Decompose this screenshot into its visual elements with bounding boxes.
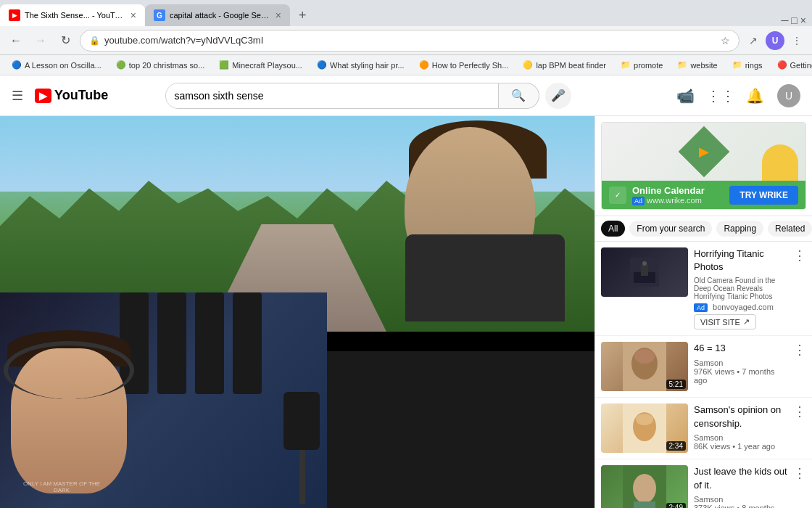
- ad-brand-name: Online Calendar: [632, 185, 705, 196]
- video-info-titanic: Horrifying Titanic Photos Old Camera Fou…: [694, 247, 787, 329]
- forward-button[interactable]: →: [30, 30, 51, 51]
- ad-brand-bar: ✓ Online Calendar Ad www.wrike.com TRY W…: [602, 181, 805, 209]
- bookmark-oscillate[interactable]: 🔵 A Lesson on Oscilla...: [6, 59, 107, 71]
- bookmark-getting-started[interactable]: 🔴 Getting Started: [771, 59, 812, 71]
- window-maximize[interactable]: □: [791, 15, 797, 26]
- filter-rapping[interactable]: Rapping: [716, 221, 763, 237]
- video-title-46-13: 46 = 13: [694, 342, 787, 355]
- yt-menu-icon[interactable]: ☰: [12, 88, 23, 104]
- video-thumb-censorship: 2:34: [601, 403, 688, 453]
- yt-mic-button[interactable]: 🎤: [545, 83, 571, 109]
- video-channel-kids: Samson: [694, 495, 787, 504]
- person-shirt: [405, 234, 565, 321]
- sound-panels: [120, 292, 262, 394]
- ad-brand-left: ✓ Online Calendar Ad www.wrike.com: [609, 185, 705, 205]
- search-icon: 🔍: [511, 89, 526, 102]
- video-channel-titanic: Ad bonvoyaged.com: [694, 303, 787, 311]
- thumb-duration-kids: 2:49: [666, 503, 686, 508]
- upload-icon[interactable]: 📹: [673, 83, 699, 109]
- video-item-censorship[interactable]: 2:34 Samson's opinion on censorship. Sam…: [595, 398, 812, 459]
- tab-bar: ▶ The Sixth Sense... - YouTube × G capit…: [0, 0, 812, 26]
- video-thumb-titanic: [601, 247, 688, 297]
- bookmark-rings[interactable]: 📁 rings: [726, 59, 768, 71]
- mic-cup: [283, 392, 320, 450]
- yt-header-right: 📹 ⋮⋮ 🔔 U: [673, 83, 800, 109]
- tab-close-google[interactable]: ×: [276, 9, 281, 21]
- ad-try-button[interactable]: TRY WRIKE: [729, 186, 798, 205]
- video-bottom-right: [327, 351, 594, 508]
- video-channel-censorship: Samson: [694, 433, 787, 442]
- kids-thumb-svg: [623, 465, 666, 508]
- star-icon[interactable]: ☆: [721, 35, 730, 46]
- ad-diamond: ▶: [678, 126, 729, 178]
- yt-page: ☰ ▶ YouTube 🔍 🎤 📹 ⋮⋮ 🔔 U: [0, 75, 812, 508]
- bookmark-label-getting-started: Getting Started: [790, 61, 812, 70]
- video-channel-46-13: Samson: [694, 359, 787, 367]
- tab-youtube[interactable]: ▶ The Sixth Sense... - YouTube ×: [0, 4, 145, 26]
- extensions-icon[interactable]: ↗: [744, 31, 763, 50]
- ad-container: i ▶ ✓ Online Calendar: [601, 122, 806, 210]
- video-more-censorship[interactable]: ⋮: [793, 403, 806, 453]
- yt-search-input[interactable]: [166, 83, 498, 108]
- video-more-titanic[interactable]: ⋮: [793, 247, 806, 329]
- bookmarks-bar: 🔵 A Lesson on Oscilla... 🟢 top 20 christ…: [0, 55, 812, 75]
- visit-site-text: VISIT SITE: [700, 318, 740, 327]
- video-item-kids[interactable]: 2:49 Just leave the kids out of it. Sams…: [595, 459, 812, 508]
- yt-logo-text: YouTube: [54, 88, 108, 103]
- filter-related[interactable]: Related: [768, 221, 812, 237]
- views-46-13: 976K views: [694, 367, 734, 376]
- window-minimize[interactable]: ─: [781, 15, 788, 26]
- new-tab-button[interactable]: +: [293, 5, 312, 26]
- yt-search-button[interactable]: 🔍: [499, 83, 539, 109]
- bookmark-hair[interactable]: 🔵 What styling hair pr...: [311, 59, 410, 71]
- svg-rect-12: [634, 501, 655, 508]
- tab-google[interactable]: G capital attack - Google Search ×: [145, 4, 290, 26]
- bookmark-christmas[interactable]: 🟢 top 20 christmas so...: [110, 59, 211, 71]
- refresh-button[interactable]: ↻: [55, 30, 75, 51]
- address-bar[interactable]: 🔒 youtube.com/watch?v=yNdVVLqC3mI ☆: [80, 30, 740, 52]
- yt-search-wrap: 🔍 🎤: [165, 83, 571, 109]
- visit-site-button-titanic[interactable]: VISIT SITE ↗: [694, 314, 756, 329]
- filter-row: All From your search Rapping Related ›: [595, 216, 812, 242]
- ad-badge-titanic: Ad: [694, 303, 708, 312]
- bookmark-icon-bpm: 🟡: [523, 60, 533, 70]
- address-text: youtube.com/watch?v=yNdVVLqC3mI: [104, 35, 716, 46]
- video-item-titanic[interactable]: Horrifying Titanic Photos Old Camera Fou…: [595, 242, 812, 336]
- bookmark-website[interactable]: 📁 website: [671, 59, 723, 71]
- bookmark-icon-getting-started: 🔴: [777, 60, 787, 70]
- filter-all[interactable]: All: [601, 221, 625, 237]
- yt-video-area[interactable]: ONLY I AM MASTER OF THE DARK: [0, 116, 594, 508]
- tab-favicon-yt: ▶: [9, 9, 20, 21]
- bookmark-icon-minecraft: 🟩: [219, 60, 229, 70]
- video-info-censorship: Samson's opinion on censorship. Samson 8…: [694, 403, 787, 453]
- bookmark-minecraft[interactable]: 🟩 Minecraft Playsou...: [213, 59, 308, 71]
- back-button[interactable]: ←: [6, 30, 26, 51]
- filter-from-search[interactable]: From your search: [629, 221, 712, 237]
- bookmark-bpm[interactable]: 🟡 lap BPM beat finder: [517, 59, 612, 71]
- video-item-46-13[interactable]: 5:21 46 = 13 Samson 976K views • 7 month…: [595, 336, 812, 398]
- bookmark-label-promote: promote: [634, 61, 663, 70]
- video-thumb-46-13: 5:21: [601, 342, 688, 391]
- nav-icons: ↗ U ⋮: [744, 31, 806, 50]
- video-more-46-13[interactable]: ⋮: [793, 342, 806, 391]
- bookmark-promote[interactable]: 📁 promote: [615, 59, 668, 71]
- window-close[interactable]: ×: [800, 15, 806, 26]
- video-more-kids[interactable]: ⋮: [793, 465, 806, 508]
- video-title-censorship: Samson's opinion on censorship.: [694, 403, 787, 430]
- notifications-icon[interactable]: 🔔: [742, 83, 768, 109]
- user-avatar[interactable]: U: [777, 84, 800, 107]
- apps-icon[interactable]: ⋮⋮: [708, 83, 734, 109]
- video-title-titanic: Horrifying Titanic Photos: [694, 247, 787, 274]
- bookmark-shave[interactable]: 🟠 How to Perfectly Sh...: [413, 59, 515, 71]
- profile-icon[interactable]: U: [766, 31, 784, 50]
- video-meta-censorship: 86K views • 1 year ago: [694, 442, 787, 451]
- tab-close-yt[interactable]: ×: [130, 9, 136, 21]
- headphones: [4, 341, 134, 399]
- settings-icon[interactable]: ⋮: [787, 31, 806, 50]
- yt-sidebar: i ▶ ✓ Online Calendar: [594, 116, 812, 508]
- bookmark-icon-christmas: 🟢: [116, 60, 126, 70]
- tab-favicon-google: G: [154, 9, 165, 21]
- bookmark-icon-oscillate: 🔵: [12, 60, 22, 70]
- sound-panel-4: [233, 292, 262, 394]
- yt-logo[interactable]: ▶ YouTube: [35, 88, 108, 103]
